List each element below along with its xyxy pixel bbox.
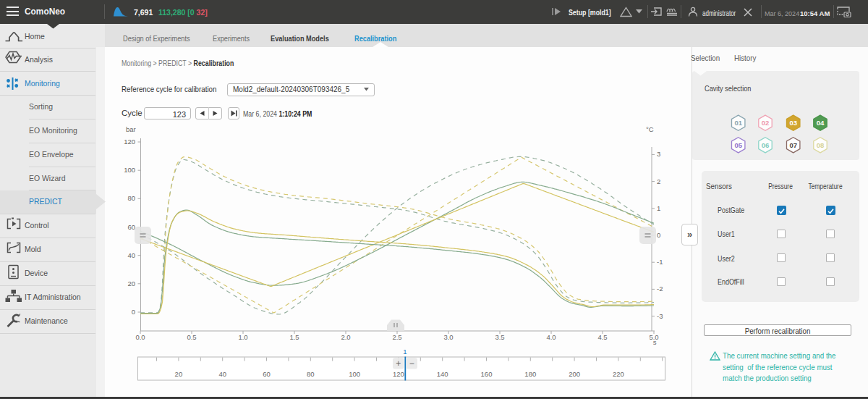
svg-text:160: 160 — [481, 370, 493, 378]
svg-text:20: 20 — [127, 280, 135, 287]
svg-text:140: 140 — [437, 370, 448, 378]
svg-text:bar: bar — [126, 125, 136, 133]
svg-text:06: 06 — [762, 141, 770, 149]
svg-text:220: 220 — [613, 370, 624, 378]
svg-text:180: 180 — [524, 370, 536, 378]
svg-text:3: 3 — [657, 150, 660, 158]
svg-text:0: 0 — [657, 231, 660, 239]
svg-text:40: 40 — [218, 370, 226, 378]
svg-text:2: 2 — [657, 177, 660, 185]
svg-text:120: 120 — [124, 138, 135, 146]
svg-text:80: 80 — [127, 194, 135, 202]
svg-text:60: 60 — [263, 370, 271, 378]
svg-text:01: 01 — [734, 119, 742, 127]
svg-text:°C: °C — [646, 125, 654, 133]
svg-text:100: 100 — [124, 166, 135, 174]
svg-text:120: 120 — [393, 370, 404, 378]
svg-text:1: 1 — [657, 204, 660, 212]
svg-text:100: 100 — [349, 370, 360, 378]
svg-text:−: − — [409, 358, 414, 369]
svg-text:0: 0 — [132, 308, 135, 316]
svg-text:04: 04 — [817, 119, 825, 127]
svg-text:02: 02 — [762, 119, 770, 127]
svg-text:1: 1 — [403, 348, 407, 356]
svg-text:-1: -1 — [657, 258, 663, 266]
svg-text:08: 08 — [817, 141, 825, 149]
svg-text:-3: -3 — [657, 312, 663, 320]
svg-text:+: + — [396, 358, 401, 369]
svg-text:80: 80 — [307, 370, 315, 378]
svg-text:07: 07 — [789, 141, 797, 149]
svg-text:200: 200 — [569, 370, 580, 378]
svg-text:03: 03 — [789, 119, 797, 127]
svg-text:20: 20 — [175, 370, 183, 378]
svg-text:-2: -2 — [657, 285, 663, 293]
svg-text:05: 05 — [734, 141, 742, 149]
svg-text:60: 60 — [127, 223, 135, 231]
svg-text:40: 40 — [127, 251, 135, 259]
